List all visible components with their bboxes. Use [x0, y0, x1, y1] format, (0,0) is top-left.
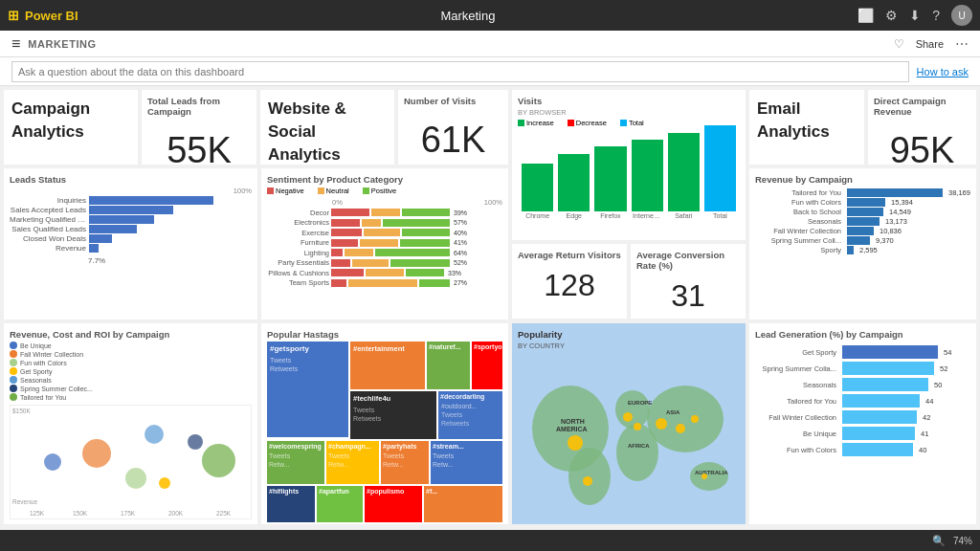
avg-return-card: Average Return Visitors 128 — [512, 244, 627, 319]
zoom-level: 74% — [953, 536, 972, 546]
avg-return-title: Average Return Visitors — [518, 250, 621, 260]
sent-electronics: Electronics 57% — [267, 218, 502, 227]
hashtag-welcomespring: #welcomespring Tweets Retw... — [267, 441, 324, 484]
search-input[interactable] — [11, 61, 909, 82]
hashtag-decordarling: #decordarling #outdoord... Tweets Retwee… — [438, 391, 502, 439]
svg-point-20 — [583, 476, 592, 486]
roi-legend-7: Tailored for You — [10, 393, 252, 401]
leads-revenue: Revenue — [10, 244, 252, 253]
user-avatar[interactable]: U — [951, 5, 972, 26]
svg-point-3 — [615, 390, 650, 429]
leads-mql: Marketing Qualified Leads — [10, 215, 252, 224]
roi-title: Revenue, Cost and ROI by Campaign — [10, 329, 252, 340]
svg-point-17 — [676, 424, 685, 433]
bubble-tailored — [202, 444, 235, 477]
download-icon[interactable]: ⬇ — [909, 8, 921, 23]
svg-text:ASIA: ASIA — [666, 409, 680, 415]
hashtag-populismo: #populismo — [365, 486, 422, 522]
rev-school: Back to School 14,549 — [755, 208, 970, 216]
legend-pos: Positive — [363, 187, 396, 195]
svg-point-19 — [702, 474, 707, 479]
leads-status-card: Leads Status 100% Inquiries Sales Accept… — [4, 168, 257, 320]
leads-status-title: Leads Status — [10, 174, 252, 185]
status-right: 🔍 74% — [932, 535, 972, 547]
rev-fall: Fall Winter Collection 10,836 — [755, 227, 970, 235]
roi-legend-6: Spring Summer Collec... — [10, 385, 252, 392]
leads-closed-won: Closed Won Deals — [10, 234, 252, 243]
breadcrumb: MARKETING — [28, 38, 96, 50]
menu-icon[interactable]: ≡ — [11, 35, 20, 53]
visits-subtitle: BY BROWSER — [518, 108, 740, 117]
more-icon[interactable]: ⋯ — [955, 36, 969, 52]
lead-gen-title: Lead Generation (%) by Campaign — [755, 329, 970, 340]
leads-footer: 7.7% — [10, 256, 252, 265]
svg-point-13 — [568, 435, 583, 451]
sent-lighting: Lighting 64% — [267, 249, 502, 257]
svg-text:AMERICA: AMERICA — [556, 426, 588, 432]
lg-fall: Fall Winter Collection 42 — [755, 410, 970, 424]
lg-seasonals: Seasonals 50 — [755, 378, 970, 391]
svg-text:AUSTRALIA: AUSTRALIA — [695, 470, 728, 475]
visits-browser-card: Visits BY BROWSER Increase Decrease Tota… — [512, 90, 746, 240]
rev-tailored: Tailored for You 38,169 — [755, 188, 970, 197]
bar-firefox: Firefox — [594, 146, 626, 219]
avg-conversion-title: Average Conversion Rate (%) — [636, 250, 740, 271]
total-leads-title: Total Leads from Campaign — [147, 96, 251, 117]
hashtag-f: #f... — [424, 486, 502, 522]
app-logo: ⊞ Power BI — [8, 8, 78, 23]
treemap-container: #getsporty Tweets Retweets #entertainmen… — [267, 342, 502, 523]
popular-hashtags-card: Popular Hastags #getsporty Tweets Retwee… — [261, 323, 508, 524]
rev-seasonals: Seasonals 13,173 — [755, 217, 970, 226]
bar-safari: Safari — [668, 133, 700, 219]
monitor-icon[interactable]: ⬜ — [858, 8, 874, 23]
sent-exercise: Exercise 40% — [267, 229, 502, 237]
svg-point-16 — [656, 418, 667, 430]
visits-browser-title: Visits — [518, 96, 740, 106]
svg-point-14 — [623, 412, 633, 422]
roi-legend-4: Get Sporty — [10, 367, 252, 375]
hashtag-hiflights: #hiflights — [267, 486, 315, 522]
grid-icon: ⊞ — [8, 8, 19, 23]
sentiment-title: Sentiment by Product Category — [267, 174, 502, 185]
roi-bubble-chart: $150K Revenue 125K 150K 175K 200K 225K — [10, 405, 252, 519]
status-bar: 🔍 74% — [0, 530, 980, 551]
favorite-icon[interactable]: ♡ — [894, 37, 904, 51]
sentiment-card: Sentiment by Product Category Negative N… — [261, 168, 508, 320]
help-icon[interactable]: ? — [932, 8, 940, 23]
svg-point-2 — [568, 448, 611, 505]
bubble-spring — [188, 434, 203, 450]
total-leads-card: Total Leads from Campaign 55K — [142, 90, 256, 165]
hashtag-sportyo: #sportyo — [472, 342, 502, 389]
avg-conversion-card: Average Conversion Rate (%) 31 — [631, 244, 746, 319]
share-button[interactable]: Share — [916, 38, 944, 50]
bar-ie: Internet E... — [632, 140, 663, 219]
number-visits-card: Number of Visits 61K — [398, 90, 508, 165]
settings-icon[interactable]: ⚙ — [885, 8, 898, 23]
lg-spring: Spring Summer Colla... 52 — [755, 362, 970, 375]
zoom-icon: 🔍 — [932, 535, 946, 547]
lead-gen-bars: Get Sporty 54 Spring Summer Colla... 52 … — [755, 345, 970, 456]
campaign-analytics-card: Campaign Analytics — [4, 90, 138, 165]
sub-bar-right: ♡ Share ⋯ — [894, 36, 969, 52]
roi-legend-5: Seasonals — [10, 376, 252, 384]
bubble-be-unique — [44, 453, 61, 471]
lg-tailored: Tailored for You 44 — [755, 394, 970, 408]
legend-total: Total — [620, 119, 644, 127]
legend-increase: Increase — [518, 119, 554, 127]
lg-fun: Fun with Colors 40 — [755, 443, 970, 456]
revenue-campaign-title: Revenue by Campaign — [755, 174, 970, 185]
hashtag-partyhats: #partyhats Tweets Retw... — [381, 441, 429, 484]
lead-generation-card: Lead Generation (%) by Campaign Get Spor… — [749, 323, 976, 524]
lg-unique: Be Unique 41 — [755, 427, 970, 440]
bar-chrome: Chrome — [522, 164, 553, 219]
hashtag-apartfun: #apartfun — [317, 486, 363, 522]
number-visits-title: Number of Visits — [404, 96, 502, 106]
legend-neg: Negative — [267, 187, 304, 195]
bar-total: Total — [704, 125, 736, 219]
roi-legend-3: Fun with Colors — [10, 359, 252, 366]
leads-inquiries: Inquiries — [10, 196, 252, 205]
sent-party: Party Essentials 52% — [267, 258, 502, 267]
how-to-ask-link[interactable]: How to ask — [917, 66, 969, 77]
world-map: NORTH AMERICA EUROPE AFRICA ASIA AUSTRAL… — [518, 352, 740, 515]
campaign-analytics-title: Campaign Analytics — [11, 98, 130, 143]
